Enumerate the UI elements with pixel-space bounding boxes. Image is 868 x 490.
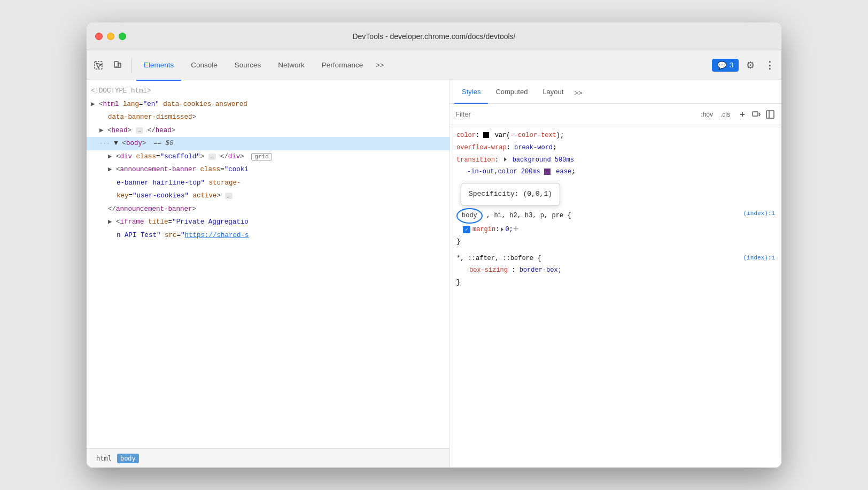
console-message-icon: 💬 xyxy=(717,61,726,70)
maximize-button[interactable] xyxy=(119,33,126,40)
margin-expand[interactable] xyxy=(501,227,503,232)
announcement-line4: </announcement-banner> xyxy=(87,203,449,216)
body-line[interactable]: ··· ▼ <body> == $0 xyxy=(87,137,449,150)
announcement-ellipsis[interactable]: … xyxy=(225,193,233,199)
color-prop: color xyxy=(456,132,476,139)
inspect-element-icon[interactable] xyxy=(91,58,106,73)
announcement-line2: e-banner hairline-top" storage- xyxy=(87,177,449,190)
toolbar-right: 💬 3 ⚙ ⋮ xyxy=(712,58,777,73)
iframe-line1: ▶ <iframe title="Private Aggregatio xyxy=(87,216,449,229)
color-swatch[interactable] xyxy=(483,132,489,138)
announcement-line3: key="user-cookies" active> … xyxy=(87,189,449,203)
tab-elements[interactable]: Elements xyxy=(136,51,181,81)
element-state-icon[interactable] xyxy=(750,109,762,120)
elements-content: <!DOCTYPE html> ▶ <html lang="en" data-c… xyxy=(87,80,449,448)
transition-prop: transition xyxy=(456,156,495,164)
scaffold-expand-arrow[interactable]: ▶ xyxy=(108,153,112,160)
more-options-button[interactable]: ⋮ xyxy=(762,58,777,73)
body-expand-arrow[interactable]: ▼ xyxy=(114,140,118,147)
html-cont-line: data-banner-dismissed> xyxy=(87,111,449,124)
iframe-line2: n API Test" src="https://shared-s xyxy=(87,229,449,242)
settings-button[interactable]: ⚙ xyxy=(743,58,758,73)
add-property-button[interactable]: + xyxy=(513,225,519,234)
css-block-body-reset: body , h1, h2, h3, p, pre { (index):1 ✓ … xyxy=(456,208,775,248)
styles-panel: Styles Computed Layout >> xyxy=(450,80,781,468)
tab-layout[interactable]: Layout xyxy=(535,80,571,104)
announcement-expand-arrow[interactable]: ▶ xyxy=(108,166,112,173)
elements-panel: <!DOCTYPE html> ▶ <html lang="en" data-c… xyxy=(87,80,450,468)
close-button[interactable] xyxy=(95,33,103,40)
box-sizing-prop: box-sizing xyxy=(469,266,508,274)
main-content: <!DOCTYPE html> ▶ <html lang="en" data-c… xyxy=(87,80,781,468)
svg-rect-2 xyxy=(118,63,121,67)
transition-color-swatch[interactable] xyxy=(544,169,551,175)
svg-rect-5 xyxy=(766,111,774,118)
overflow-wrap-prop: overflow-wrap xyxy=(456,144,507,151)
breadcrumb-bar: html body xyxy=(87,448,449,468)
tab-computed[interactable]: Computed xyxy=(488,80,535,104)
more-tabs-button[interactable]: >> xyxy=(373,61,387,69)
scaffold-ellipsis[interactable]: … xyxy=(208,154,216,160)
device-toolbar-icon[interactable] xyxy=(110,58,125,73)
transition-expand[interactable] xyxy=(504,157,507,162)
doctype-line: <!DOCTYPE html> xyxy=(87,85,449,98)
css-rules-content: color: var(--color-text); overflow-wrap:… xyxy=(450,125,781,468)
tab-performance[interactable]: Performance xyxy=(314,51,370,81)
styles-toolbar: :hov .cls + xyxy=(450,104,781,125)
tab-network[interactable]: Network xyxy=(270,51,312,81)
announcement-line1: ▶ <announcement-banner class="cooki xyxy=(87,163,449,177)
css-block-universal: *, ::after, ::before { (index):1 box-siz… xyxy=(456,252,775,289)
body-selector-highlight: body xyxy=(456,208,483,224)
styles-tabs: Styles Computed Layout >> xyxy=(450,80,781,104)
window-title: DevTools - developer.chrome.com/docs/dev… xyxy=(352,32,515,41)
scaffold-div-line: ▶ <div class="scaffold"> … </div> grid xyxy=(87,150,449,164)
filter-input[interactable] xyxy=(455,110,694,118)
body-rule-filename[interactable]: (index):1 xyxy=(743,208,775,219)
devtools-body: Elements Console Sources Network Perform… xyxy=(87,50,781,468)
toggle-sidebar-icon[interactable] xyxy=(764,109,776,120)
head-ellipsis[interactable]: … xyxy=(136,127,144,134)
traffic-lights xyxy=(95,33,126,40)
hov-button[interactable]: :hov xyxy=(699,110,715,119)
console-badge-button[interactable]: 💬 3 xyxy=(712,59,739,72)
styles-more-tabs[interactable]: >> xyxy=(571,89,585,103)
specificity-tooltip: Specificity: (0,0,1) xyxy=(461,183,560,206)
titlebar: DevTools - developer.chrome.com/docs/dev… xyxy=(87,22,781,50)
minimize-button[interactable] xyxy=(107,33,114,40)
add-style-rule-icon[interactable]: + xyxy=(737,109,748,120)
head-expand-arrow[interactable]: ▶ xyxy=(99,127,104,134)
breadcrumb-html[interactable]: html xyxy=(93,454,115,463)
html-open-line: ▶ <html lang="en" data-cookies-answered xyxy=(87,98,449,111)
breadcrumb-body[interactable]: body xyxy=(117,454,139,463)
css-block-body-styles: color: var(--color-text); overflow-wrap:… xyxy=(456,129,775,178)
iframe-expand-arrow[interactable]: ▶ xyxy=(108,218,112,226)
head-line: ▶ <head> … </head> xyxy=(87,124,449,137)
tab-styles[interactable]: Styles xyxy=(454,80,488,104)
devtools-toolbar: Elements Console Sources Network Perform… xyxy=(87,50,781,80)
toolbar-icons xyxy=(91,58,132,73)
pseudo-buttons: :hov .cls xyxy=(699,110,732,119)
styles-icons: + xyxy=(737,109,776,120)
svg-rect-4 xyxy=(753,112,758,116)
margin-checkbox[interactable]: ✓ xyxy=(463,226,470,233)
grid-badge[interactable]: grid xyxy=(251,153,272,160)
tab-console[interactable]: Console xyxy=(183,51,225,81)
tab-sources[interactable]: Sources xyxy=(227,51,269,81)
universal-rule-filename[interactable]: (index):1 xyxy=(743,252,775,264)
html-expand-arrow[interactable]: ▶ xyxy=(91,101,95,108)
margin-prop: margin xyxy=(472,224,495,236)
devtools-window: DevTools - developer.chrome.com/docs/dev… xyxy=(87,22,781,468)
cls-button[interactable]: .cls xyxy=(718,110,732,119)
